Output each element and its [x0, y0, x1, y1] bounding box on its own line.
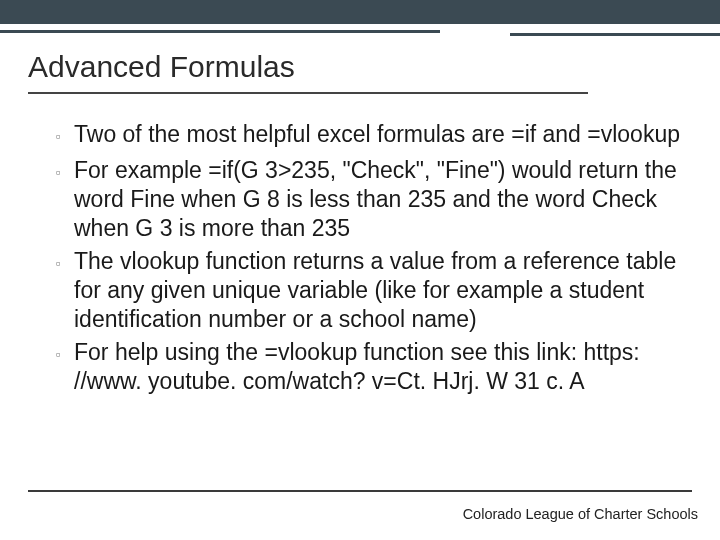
- header-accent: [0, 30, 720, 40]
- bullet-item: ▫ For help using the =vlookup function s…: [56, 338, 682, 396]
- bullet-text: For example =if(G 3>235, "Check", "Fine"…: [74, 156, 682, 243]
- accent-cut-2: [510, 33, 720, 36]
- bullet-marker-icon: ▫: [56, 120, 74, 152]
- bullet-item: ▫ The vlookup function returns a value f…: [56, 247, 682, 334]
- title-underline: [28, 92, 588, 94]
- bullet-item: ▫ Two of the most helpful excel formulas…: [56, 120, 682, 152]
- slide-title: Advanced Formulas: [28, 50, 692, 84]
- slide: Advanced Formulas ▫ Two of the most help…: [0, 0, 720, 540]
- bullet-item: ▫ For example =if(G 3>235, "Check", "Fin…: [56, 156, 682, 243]
- bottom-rule: [28, 490, 692, 492]
- bullet-marker-icon: ▫: [56, 338, 74, 370]
- bullet-text: The vlookup function returns a value fro…: [74, 247, 682, 334]
- footer-text: Colorado League of Charter Schools: [463, 506, 698, 522]
- bullet-text: Two of the most helpful excel formulas a…: [74, 120, 680, 149]
- bullet-marker-icon: ▫: [56, 247, 74, 279]
- body: ▫ Two of the most helpful excel formulas…: [0, 100, 720, 396]
- header-band: [0, 0, 720, 30]
- bullet-text: For help using the =vlookup function see…: [74, 338, 682, 396]
- bullet-marker-icon: ▫: [56, 156, 74, 188]
- title-block: Advanced Formulas: [0, 40, 720, 100]
